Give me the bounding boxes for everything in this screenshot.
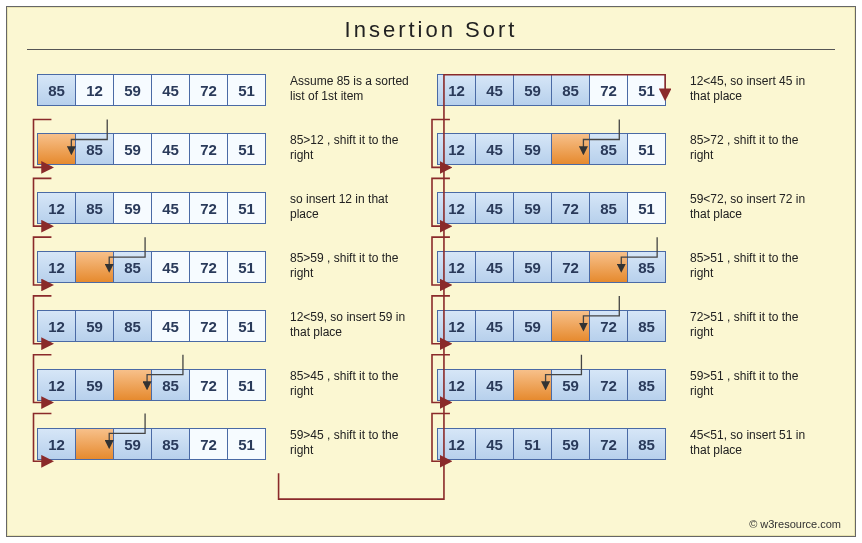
step-row: 124559728585>51 , shift it to the right: [437, 251, 837, 283]
array-cell: 85: [627, 251, 665, 283]
array-cell: 59: [513, 251, 551, 283]
array-cell: 72: [189, 428, 227, 460]
step-row: 12455159728545<51, so insert 51 in that …: [437, 428, 837, 460]
array: 125985457251: [37, 310, 266, 342]
array-cell: 51: [227, 192, 265, 224]
array-cell: 59: [113, 192, 151, 224]
array: 1245597285: [437, 369, 666, 401]
step-row: 124559728572>51 , shift it to the right: [437, 310, 837, 342]
array-cell: 72: [589, 369, 627, 401]
array-cell: 85: [151, 428, 189, 460]
array-cell: 12: [437, 133, 475, 165]
array-cell: [551, 310, 589, 342]
array-cell: 85: [627, 310, 665, 342]
array: 124559728551: [437, 192, 666, 224]
array: 1245598551: [437, 133, 666, 165]
array-cell: 45: [475, 192, 513, 224]
array-cell: 12: [437, 74, 475, 106]
page-title: Insertion Sort: [7, 7, 855, 49]
array-cell: 72: [589, 310, 627, 342]
array-cell: 72: [551, 192, 589, 224]
array-cell: 85: [151, 369, 189, 401]
step-description: 12<45, so insert 45 in that place: [690, 74, 820, 104]
array-cell: 72: [589, 74, 627, 106]
array-cell: 45: [475, 310, 513, 342]
step-description: 45<51, so insert 51 in that place: [690, 428, 820, 458]
array-cell: 45: [151, 74, 189, 106]
array-cell: 45: [151, 133, 189, 165]
array-cell: 45: [475, 251, 513, 283]
array-cell: [75, 251, 113, 283]
array: 1245597285: [437, 310, 666, 342]
array-cell: 51: [227, 74, 265, 106]
array-cell: 72: [589, 428, 627, 460]
array: 8559457251: [37, 133, 266, 165]
step-description: 85>59 , shift it to the right: [290, 251, 420, 281]
array-cell: 12: [437, 428, 475, 460]
array-cell: [513, 369, 551, 401]
array-cell: 51: [227, 310, 265, 342]
step-description: 59>51 , shift it to the right: [690, 369, 820, 399]
array-cell: 12: [37, 251, 75, 283]
array-cell: 85: [551, 74, 589, 106]
array-cell: 12: [437, 369, 475, 401]
columns: 851259457251Assume 85 is a sorted list o…: [7, 50, 855, 460]
step-row: 125985725159>45 , shift it to the right: [37, 428, 437, 460]
array-cell: 45: [475, 74, 513, 106]
array: 124559857251: [437, 74, 666, 106]
array: 1245597285: [437, 251, 666, 283]
step-row: 12598545725112<59, so insert 59 in that …: [37, 310, 437, 342]
step-row: 124559855185>72 , shift it to the right: [437, 133, 837, 165]
array-cell: 59: [75, 310, 113, 342]
array-cell: 72: [189, 74, 227, 106]
array-cell: 85: [627, 428, 665, 460]
array-cell: 59: [513, 310, 551, 342]
left-column: 851259457251Assume 85 is a sorted list o…: [37, 74, 437, 460]
array-cell: 59: [75, 369, 113, 401]
step-description: so insert 12 in that place: [290, 192, 420, 222]
step-row: 128545725185>59 , shift it to the right: [37, 251, 437, 283]
array-cell: 12: [437, 192, 475, 224]
diagram-frame: Insertion Sort 851259457251Assume 85 is …: [6, 6, 856, 537]
step-row: 12455972855159<72, so insert 72 in that …: [437, 192, 837, 224]
array-cell: 12: [37, 428, 75, 460]
array-cell: 51: [627, 74, 665, 106]
array-cell: 51: [513, 428, 551, 460]
array-cell: 45: [475, 369, 513, 401]
array-cell: 59: [113, 74, 151, 106]
step-row: 855945725185>12 , shift it to the right: [37, 133, 437, 165]
array-cell: 85: [627, 369, 665, 401]
array-cell: 12: [437, 310, 475, 342]
array-cell: 12: [37, 192, 75, 224]
array-cell: [75, 428, 113, 460]
array-cell: 72: [189, 133, 227, 165]
array-cell: [113, 369, 151, 401]
array-cell: 51: [227, 369, 265, 401]
step-description: 85>51 , shift it to the right: [690, 251, 820, 281]
array: 1285457251: [37, 251, 266, 283]
array-cell: 59: [113, 428, 151, 460]
array: 1259857251: [37, 428, 266, 460]
array-cell: 72: [189, 369, 227, 401]
array-cell: 72: [189, 251, 227, 283]
step-description: 12<59, so insert 59 in that place: [290, 310, 420, 340]
step-description: 85>45 , shift it to the right: [290, 369, 420, 399]
array-cell: 45: [475, 133, 513, 165]
step-description: 85>12 , shift it to the right: [290, 133, 420, 163]
step-description: 72>51 , shift it to the right: [690, 310, 820, 340]
array: 124551597285: [437, 428, 666, 460]
step-row: 12455985725112<45, so insert 45 in that …: [437, 74, 837, 106]
array-cell: 85: [113, 251, 151, 283]
right-column: 12455985725112<45, so insert 45 in that …: [437, 74, 837, 460]
array-cell: 45: [151, 251, 189, 283]
step-row: 125985725185>45 , shift it to the right: [37, 369, 437, 401]
array-cell: 72: [189, 310, 227, 342]
array-cell: 45: [151, 310, 189, 342]
array-cell: 12: [437, 251, 475, 283]
array-cell: 85: [113, 310, 151, 342]
array-cell: 12: [75, 74, 113, 106]
array-cell: 72: [189, 192, 227, 224]
array-cell: 59: [513, 192, 551, 224]
array-cell: 85: [589, 192, 627, 224]
array: 128559457251: [37, 192, 266, 224]
